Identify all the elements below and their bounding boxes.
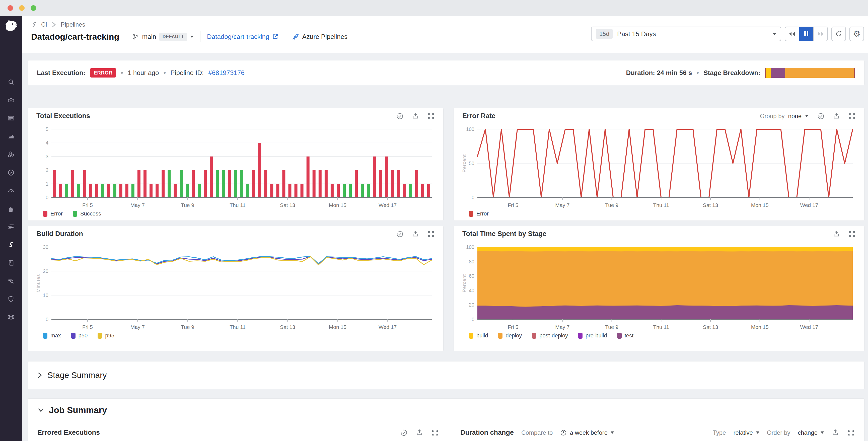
- breadcrumb-section[interactable]: CI: [41, 21, 47, 28]
- branch-selector[interactable]: main DEFAULT: [132, 33, 194, 41]
- svg-text:0: 0: [472, 195, 474, 200]
- sidebar-item-integrations[interactable]: [0, 200, 22, 218]
- dot-separator: •: [163, 69, 166, 77]
- expand-icon[interactable]: [847, 429, 855, 437]
- chart-title: Build Duration: [36, 230, 83, 238]
- sidebar: [0, 16, 22, 441]
- sidebar-item-log-search[interactable]: [0, 272, 22, 290]
- export-icon[interactable]: [412, 113, 419, 120]
- stage-summary-section[interactable]: Stage Summary: [28, 361, 865, 389]
- legend-swatch: [43, 333, 48, 339]
- time-ago: 1 hour ago: [128, 69, 159, 77]
- legend-label: post-deploy: [539, 333, 568, 339]
- expand-icon[interactable]: [427, 113, 435, 120]
- last-execution-label: Last Execution:: [37, 69, 86, 77]
- svg-text:40: 40: [469, 288, 474, 293]
- stage-time-chart[interactable]: 020406080100Fri 5May 7Tue 9Thu 11Sat 13M…: [462, 243, 856, 332]
- legend-item-build[interactable]: build: [469, 333, 488, 339]
- rewind-button[interactable]: [785, 27, 799, 41]
- export-icon[interactable]: [833, 230, 840, 238]
- legend-item-pre-build[interactable]: pre-build: [578, 333, 607, 339]
- sidebar-item-notebooks[interactable]: [0, 254, 22, 272]
- svg-text:Fri 5: Fri 5: [82, 202, 93, 208]
- sidebar-item-ux-monitoring[interactable]: [0, 182, 22, 200]
- order-by-select[interactable]: change: [798, 429, 824, 436]
- window-minimize-button[interactable]: [19, 5, 25, 11]
- git-branch-icon: [132, 33, 139, 40]
- svg-text:Wed 17: Wed 17: [378, 324, 397, 330]
- watchdog-insights-icon[interactable]: [400, 429, 408, 437]
- svg-text:Fri 5: Fri 5: [508, 202, 518, 208]
- pause-button[interactable]: [799, 27, 813, 41]
- legend-item-Error[interactable]: Error: [469, 211, 489, 217]
- type-select[interactable]: relative: [734, 429, 760, 436]
- svg-text:Wed 17: Wed 17: [378, 202, 397, 208]
- legend-label: Error: [51, 211, 63, 217]
- pipeline-id-link[interactable]: #681973176: [208, 69, 245, 77]
- export-icon[interactable]: [412, 230, 419, 238]
- build-duration-chart[interactable]: 0102030Fri 5May 7Tue 9Thu 11Sat 13Mon 15…: [36, 243, 435, 332]
- time-range-select[interactable]: 15d Past 15 Days: [591, 27, 781, 41]
- stage-breakdown-bar: [765, 68, 855, 78]
- legend-swatch: [71, 333, 75, 339]
- error-rate-chart[interactable]: 050100Fri 5May 7Tue 9Thu 11Sat 13Mon 15W…: [462, 125, 856, 210]
- export-icon[interactable]: [832, 429, 839, 437]
- sidebar-item-apm[interactable]: [0, 163, 22, 182]
- legend-item-test[interactable]: test: [617, 333, 633, 339]
- breadcrumb-page[interactable]: Pipelines: [61, 21, 85, 28]
- section-title: Stage Summary: [48, 371, 107, 380]
- sidebar-item-security[interactable]: [0, 290, 22, 308]
- refresh-icon: [835, 30, 842, 38]
- forward-button[interactable]: [813, 27, 827, 41]
- watchdog-insights-icon[interactable]: [396, 230, 404, 238]
- legend-item-post-deploy[interactable]: post-deploy: [532, 333, 568, 339]
- group-by-select[interactable]: Group by none: [760, 113, 809, 120]
- legend-swatch: [498, 333, 502, 339]
- watchdog-insights-icon[interactable]: [396, 113, 404, 120]
- svg-text:100: 100: [466, 244, 474, 250]
- legend-item-max[interactable]: max: [43, 333, 61, 339]
- export-icon[interactable]: [833, 113, 840, 120]
- sidebar-item-network[interactable]: [0, 308, 22, 326]
- job-summary-toggle[interactable]: Job Summary: [37, 399, 855, 415]
- sidebar-item-watchdog[interactable]: [0, 91, 22, 109]
- pipeline-id-label: Pipeline ID:: [170, 69, 204, 77]
- legend-label: Error: [476, 211, 489, 217]
- sidebar-item-logs[interactable]: [0, 218, 22, 236]
- watchdog-insights-icon[interactable]: [817, 113, 825, 120]
- legend-item-p50[interactable]: p50: [71, 333, 88, 339]
- chevron-down-icon: [37, 408, 44, 413]
- settings-button[interactable]: ⚙: [849, 27, 864, 41]
- legend-item-p95[interactable]: p95: [98, 333, 114, 339]
- total-executions-chart[interactable]: 012345Fri 5May 7Tue 9Thu 11Sat 13Mon 15W…: [36, 125, 435, 210]
- window-zoom-button[interactable]: [31, 5, 36, 11]
- panel-title: Duration change: [460, 429, 514, 437]
- legend-item-Success[interactable]: Success: [73, 211, 101, 217]
- svg-text:Tue 9: Tue 9: [605, 202, 618, 208]
- sidebar-item-ci-pipelines[interactable]: [0, 236, 22, 254]
- expand-icon[interactable]: [427, 230, 435, 238]
- repo-link[interactable]: Datadog/cart-tracking: [207, 33, 278, 41]
- refresh-button[interactable]: [831, 27, 846, 41]
- legend-item-Error[interactable]: Error: [43, 211, 63, 217]
- sidebar-item-metrics[interactable]: [0, 127, 22, 146]
- default-branch-badge: DEFAULT: [159, 33, 187, 41]
- svg-text:3: 3: [46, 154, 49, 159]
- sidebar-item-search[interactable]: [0, 73, 22, 91]
- window-close-button[interactable]: [7, 5, 13, 11]
- legend-item-deploy[interactable]: deploy: [498, 333, 522, 339]
- svg-text:1: 1: [46, 181, 49, 187]
- expand-icon[interactable]: [431, 429, 439, 437]
- sidebar-item-dashboards[interactable]: [0, 109, 22, 127]
- export-icon[interactable]: [416, 429, 423, 437]
- chevron-down-icon: [611, 432, 614, 434]
- sidebar-item-infrastructure[interactable]: [0, 146, 22, 163]
- svg-text:20: 20: [43, 269, 49, 274]
- compare-to-select[interactable]: a week before: [560, 429, 614, 436]
- chevron-down-icon: [773, 33, 776, 35]
- datadog-logo[interactable]: [3, 19, 19, 34]
- expand-icon[interactable]: [848, 230, 856, 238]
- svg-text:Fri 5: Fri 5: [508, 324, 518, 330]
- divider: [200, 31, 200, 42]
- expand-icon[interactable]: [848, 113, 856, 120]
